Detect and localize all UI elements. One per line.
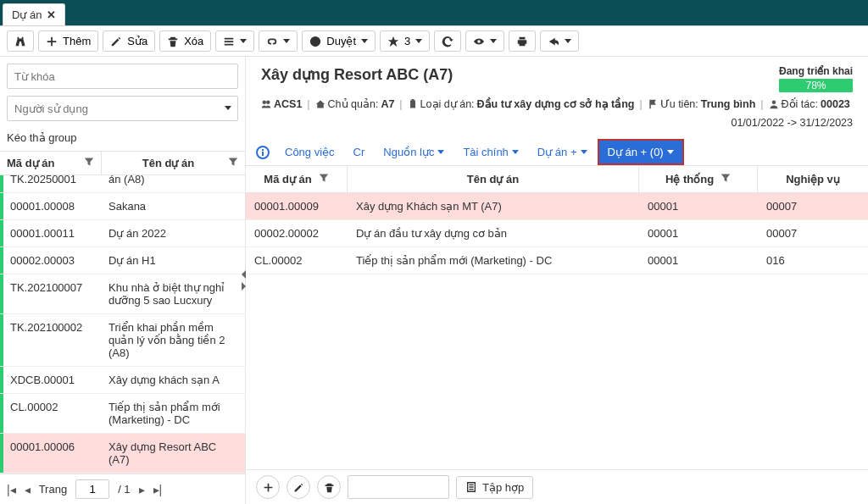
row-code: 00002.00003 [3,247,102,274]
pager: |◂ ◂ Trang / 1 ▸ ▸| [0,474,245,504]
svg-point-2 [771,100,776,104]
svg-point-0 [263,100,267,104]
row-code: TK.202100007 [3,274,102,313]
edit-row-button[interactable] [287,475,310,499]
detail-title: Xây dựng Resort ABC (A7) [261,65,453,84]
search-input[interactable] [7,64,238,89]
binoculars-button[interactable] [7,30,34,52]
tab-duan-count[interactable]: Dự án + (0) [598,139,684,165]
row-name: Xây dựng Resort ABC (A7) [102,434,245,473]
view-button[interactable] [465,30,504,52]
tab-nguonluc[interactable]: Nguồn lực [375,139,453,165]
link-button[interactable] [259,30,298,52]
list-item[interactable]: TK.20250001 án (A8) [0,175,245,193]
info-icon[interactable] [256,146,270,159]
dcol-code[interactable]: Mã dự án [246,166,348,192]
user-icon [769,99,779,109]
row-code: 00001.00008 [3,193,102,219]
print-button[interactable] [509,30,536,52]
delete-row-button[interactable] [317,475,341,499]
row-name: Dự án 2022 [102,220,245,246]
svg-point-1 [266,100,270,104]
edit-button[interactable]: Sửa [103,30,155,52]
list-item[interactable]: 00001.00006 Xây dựng Resort ABC (A7) [0,434,245,474]
project-list: TK.20250001 án (A8) 00001.00008 Sakana 0… [0,175,245,474]
dcol-system[interactable]: Hệ thống [639,166,758,192]
prev-page[interactable]: ◂ [25,483,31,496]
row-name: Triển khai phần mềm quản lý vốn bằng tiề… [102,314,245,366]
user-select[interactable] [7,96,238,121]
row-name: Tiếp thị sản phẩm mới (Marketing) - DC [102,394,245,433]
row-code: TK.20250001 [3,175,102,192]
list-item[interactable]: TK.202100007 Khu nhà ở biệt thự nghỉ dưỡ… [0,274,245,314]
dcol-name[interactable]: Tên dự án [348,166,639,192]
detail-grid: 00001.00009 Xây dựng Khách sạn MT (A7) 0… [246,193,868,469]
list-item[interactable]: XDCB.00001 Xây dựng khách sạn A [0,367,245,394]
dcol-biz[interactable]: Nghiệp vụ [758,166,868,192]
row-code: XDCB.00001 [3,367,102,393]
row-code: TK.202100002 [3,314,102,366]
filter-icon[interactable] [228,157,238,169]
list-item[interactable]: TK.202100002 Triển khai phần mềm quản lý… [0,314,245,367]
list-item[interactable]: 00001.00008 Sakana [0,193,245,220]
next-page[interactable]: ▸ [139,483,145,496]
svg-rect-4 [262,152,264,156]
table-row[interactable]: CL.00002 Tiếp thị sản phẩm mới (Marketin… [246,247,868,274]
menu-button[interactable] [215,30,254,52]
group-drop-hint: Kéo thả group [0,128,245,152]
list-item[interactable]: CL.00002 Tiếp thị sản phẩm mới (Marketin… [0,394,245,434]
progress-badge: 78% [779,79,853,92]
add-button[interactable]: Thêm [38,30,98,52]
row-name: Xây dựng khách sạn A [102,367,245,393]
app-tab-label: Dự án [12,8,42,21]
flag-icon [648,99,658,109]
add-row-button[interactable] [256,475,280,499]
refresh-button[interactable] [434,30,461,52]
company-icon [261,99,271,109]
list-item[interactable]: 00001.00011 Dự án 2022 [0,220,245,247]
tab-cr[interactable]: Cr [345,139,374,165]
taphop-button[interactable]: Tập hợp [456,476,533,499]
delete-button[interactable]: Xóa [159,30,211,52]
browse-button[interactable]: Duyệt [302,30,376,52]
clipboard-icon [408,99,418,109]
chevron-down-icon [225,106,231,110]
home-icon [315,99,326,109]
detail-tabs: Công việc Cr Nguồn lực Tài chính Dự án +… [246,136,868,166]
footer-input[interactable] [348,475,449,499]
star-button[interactable]: 3 [380,30,430,52]
splitter-handle[interactable] [241,255,246,306]
tab-congviec[interactable]: Công việc [276,139,343,165]
detail-footer: Tập hợp [246,469,868,504]
meta-row: ACS1| Chủ quản: A7| Loại dự án: Đầu tư x… [261,97,853,110]
share-button[interactable] [540,30,579,52]
detail-panel: Xây dựng Resort ABC (A7) Đang triển khai… [246,57,868,504]
row-code: 00001.00011 [3,220,102,246]
col-header-name[interactable]: Tên dự án [102,152,245,174]
page-input[interactable] [75,479,109,499]
row-code: 00001.00006 [3,434,102,473]
close-tab-icon[interactable]: ✕ [47,8,56,21]
row-name: Sakana [102,193,245,219]
table-row[interactable]: 00002.00002 Dự án đầu tư xây dựng cơ bản… [246,220,868,247]
col-header-code[interactable]: Mã dự án [0,152,102,174]
last-page[interactable]: ▸| [153,483,163,496]
row-code: CL.00002 [3,394,102,433]
app-tab[interactable]: Dự án ✕ [3,3,65,25]
tab-taichinh[interactable]: Tài chính [454,139,526,165]
list-item[interactable]: 00002.00003 Dự án H1 [0,247,245,274]
tab-duan-plus[interactable]: Dự án + [529,139,596,165]
filter-icon[interactable] [84,157,94,169]
status-label: Đang triển khai [779,65,853,77]
toolbar: Thêm Sửa Xóa Duyệt 3 [0,25,868,57]
row-name: án (A8) [102,175,245,192]
row-name: Dự án H1 [102,247,245,274]
table-row[interactable]: 00001.00009 Xây dựng Khách sạn MT (A7) 0… [246,193,868,220]
date-range: 01/01/2022 -> 31/12/2023 [261,117,853,129]
left-panel: Kéo thả group Mã dự án Tên dự án TK.2025… [0,57,246,504]
row-name: Khu nhà ở biệt thự nghỉ dưỡng 5 sao Lucx… [102,274,245,313]
first-page[interactable]: |◂ [7,483,16,496]
svg-rect-5 [262,149,264,151]
